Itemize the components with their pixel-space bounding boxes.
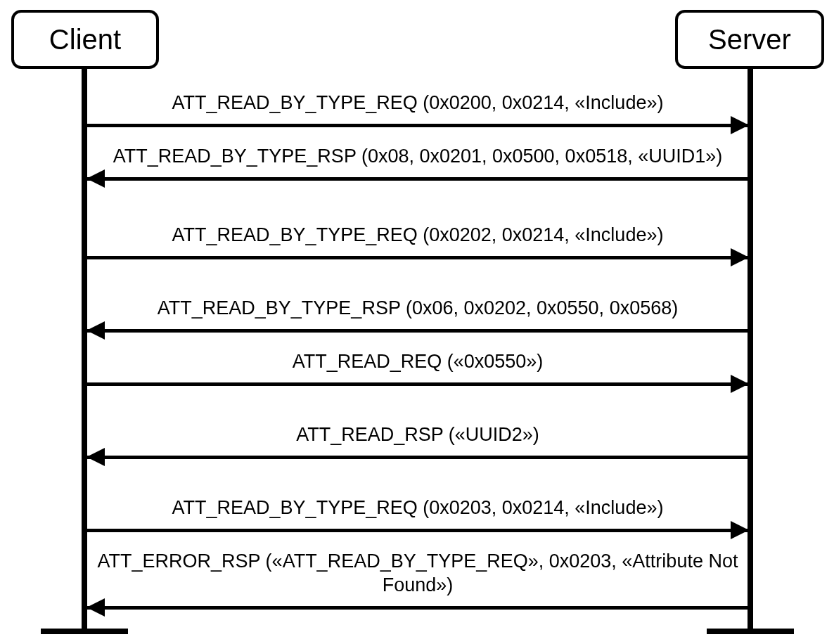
arrow-left-icon xyxy=(87,599,748,616)
actor-server: Server xyxy=(675,10,824,69)
sequence-diagram: Client Server ATT_READ_BY_TYPE_REQ (0x02… xyxy=(0,0,834,644)
msg-7: ATT_READ_BY_TYPE_REQ (0x0203, 0x0214, «I… xyxy=(87,496,748,539)
msg-6: ATT_READ_RSP («UUID2») xyxy=(87,423,748,465)
msg-1-label: ATT_READ_BY_TYPE_REQ (0x0200, 0x0214, «I… xyxy=(87,91,748,117)
msg-2: ATT_READ_BY_TYPE_RSP (0x08, 0x0201, 0x05… xyxy=(87,145,748,187)
msg-8-label: ATT_ERROR_RSP («ATT_READ_BY_TYPE_REQ», 0… xyxy=(87,550,748,599)
arrow-left-icon xyxy=(87,449,748,465)
msg-4-label: ATT_READ_BY_TYPE_RSP (0x06, 0x0202, 0x05… xyxy=(87,297,748,322)
msg-6-label: ATT_READ_RSP («UUID2») xyxy=(87,423,748,449)
msg-7-label: ATT_READ_BY_TYPE_REQ (0x0203, 0x0214, «I… xyxy=(87,496,748,522)
msg-2-label: ATT_READ_BY_TYPE_RSP (0x08, 0x0201, 0x05… xyxy=(87,145,748,170)
actor-server-label: Server xyxy=(708,25,791,53)
arrow-right-icon xyxy=(87,249,748,266)
lifeline-client-foot xyxy=(41,629,128,634)
actor-client: Client xyxy=(11,10,159,69)
msg-3: ATT_READ_BY_TYPE_REQ (0x0202, 0x0214, «I… xyxy=(87,224,748,266)
msg-4: ATT_READ_BY_TYPE_RSP (0x06, 0x0202, 0x05… xyxy=(87,297,748,339)
msg-8: ATT_ERROR_RSP («ATT_READ_BY_TYPE_REQ», 0… xyxy=(87,550,748,616)
actor-client-label: Client xyxy=(49,25,121,53)
msg-1: ATT_READ_BY_TYPE_REQ (0x0200, 0x0214, «I… xyxy=(87,91,748,134)
arrow-left-icon xyxy=(87,170,748,187)
arrow-left-icon xyxy=(87,322,748,339)
lifeline-server-foot xyxy=(707,629,794,634)
lifeline-client xyxy=(82,69,87,629)
msg-5: ATT_READ_REQ («0x0550») xyxy=(87,350,748,392)
msg-5-label: ATT_READ_REQ («0x0550») xyxy=(87,350,748,375)
arrow-right-icon xyxy=(87,375,748,392)
msg-3-label: ATT_READ_BY_TYPE_REQ (0x0202, 0x0214, «I… xyxy=(87,224,748,249)
arrow-right-icon xyxy=(87,117,748,134)
arrow-right-icon xyxy=(87,522,748,539)
lifeline-server xyxy=(748,69,753,629)
